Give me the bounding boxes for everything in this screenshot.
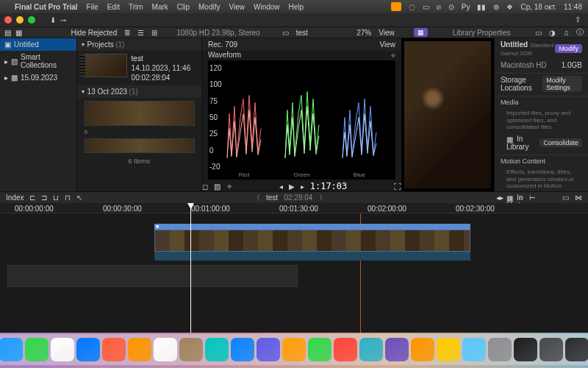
timeline-name[interactable]: test — [266, 194, 278, 202]
inspector-audio-icon[interactable]: ♫ — [563, 29, 569, 37]
zoom-dropdown[interactable]: 27% — [356, 29, 371, 37]
dock-app-9[interactable] — [205, 338, 229, 361]
dock-app-16[interactable] — [385, 338, 409, 361]
import-icon[interactable]: ⬇ — [50, 16, 56, 24]
effects-browser-icon[interactable]: ▭ — [562, 194, 569, 202]
gap-clip[interactable] — [7, 265, 298, 287]
prev-frame-button[interactable]: ◂ — [279, 183, 283, 191]
dock-app-19[interactable] — [462, 338, 486, 361]
crop-tool-icon[interactable]: ▧ — [214, 183, 220, 191]
solo-icon[interactable]: ○ — [519, 194, 523, 202]
dock-app-21[interactable] — [514, 338, 537, 361]
audio-clip[interactable] — [154, 252, 470, 261]
audio-skim-icon[interactable]: ♪ — [509, 194, 513, 202]
append-clip-icon[interactable]: ⊔ — [53, 194, 59, 202]
sidebar-item-smart-collections[interactable]: ▸ ▧ Smart Collections — [0, 51, 76, 71]
status-lang-icon[interactable]: ❖ — [506, 3, 513, 11]
photos-sidebar-icon[interactable]: ▦ — [15, 29, 22, 37]
viewer-canvas[interactable] — [404, 41, 491, 188]
play-button[interactable]: ▶ — [289, 183, 295, 191]
timeline-ruler[interactable]: 00:00:00:00 00:00:30:00 00:01:00:00 00:0… — [0, 203, 588, 213]
timeline[interactable]: 00:00:00:00 00:00:30:00 00:01:00:00 00:0… — [0, 203, 588, 333]
menu-window[interactable]: Window — [254, 3, 280, 11]
sidebar-item-event[interactable]: ▸ ▩ 15.09.2023 — [0, 71, 76, 84]
clip-item[interactable] — [77, 135, 201, 156]
event-header[interactable]: ▾ 13 Oct 2023 (1) — [77, 85, 201, 98]
dock-app-17[interactable] — [411, 338, 434, 361]
enhance-tool-icon[interactable]: ✧ — [226, 183, 232, 191]
dock-app-22[interactable] — [539, 338, 563, 361]
inspector-color-icon[interactable]: ◑ — [549, 29, 556, 37]
inspector-video-icon[interactable]: ▭ — [535, 29, 542, 37]
keyword-icon[interactable]: ⊸ — [60, 16, 66, 24]
inspector-info-icon[interactable]: ⓘ — [576, 27, 584, 38]
transitions-browser-icon[interactable]: ⋈ — [575, 194, 582, 202]
fullscreen-icon[interactable]: ⛶ — [394, 183, 401, 191]
menu-mark[interactable]: Mark — [152, 3, 168, 11]
scope-settings-icon[interactable]: ⟐ — [391, 51, 395, 59]
projects-header[interactable]: ▾ Projects (1) — [77, 38, 201, 51]
close-window-button[interactable] — [4, 16, 12, 24]
clip-filter-icon[interactable]: ≣ — [124, 29, 130, 37]
filmstrip-view-icon[interactable]: ⊞ — [151, 29, 157, 37]
index-button[interactable]: Index — [6, 194, 24, 202]
dock-app-1[interactable] — [0, 338, 23, 361]
library-sidebar-icon[interactable]: ▤ — [4, 29, 11, 37]
view-dropdown[interactable]: View — [379, 29, 395, 37]
dock-app-10[interactable] — [231, 338, 254, 361]
menu-trim[interactable]: Trim — [129, 3, 143, 11]
status-python-icon[interactable]: Py — [462, 3, 470, 11]
dock-app-3[interactable] — [51, 338, 74, 361]
modify-button[interactable]: Modify — [555, 44, 582, 53]
dock-app-8[interactable] — [179, 338, 203, 361]
project-item[interactable]: test 14.10.2023, 11:46 00:02:28:04 — [77, 51, 201, 85]
dock-app-4[interactable] — [76, 338, 100, 361]
dock-app-12[interactable] — [282, 338, 306, 361]
dock-app-23[interactable] — [565, 338, 588, 361]
project-name[interactable]: test — [296, 29, 308, 37]
menu-file[interactable]: File — [87, 3, 98, 11]
dock-app-6[interactable] — [128, 338, 151, 361]
tools-dropdown[interactable]: ↖ — [76, 194, 82, 202]
status-date[interactable]: Ср, 18 окт. — [520, 3, 556, 11]
dock-app-2[interactable] — [25, 338, 49, 361]
clip-title-bar[interactable]: ■ — [154, 224, 470, 230]
insert-clip-icon[interactable]: ⊐ — [41, 194, 47, 202]
list-view-icon[interactable]: ☰ — [137, 29, 144, 37]
snap-icon[interactable]: ⊢ — [529, 194, 536, 202]
overwrite-clip-icon[interactable]: ⊓ — [65, 194, 71, 202]
share-icon[interactable]: ⇪ — [575, 15, 584, 24]
inspector-tab-library[interactable]: ▦ — [414, 28, 428, 37]
dock-app-11[interactable] — [257, 338, 280, 361]
menu-clip[interactable]: Clip — [177, 3, 190, 11]
menu-view[interactable]: View — [229, 3, 245, 11]
status-orange-icon[interactable] — [391, 2, 401, 11]
timeline-prev-icon[interactable]: 〈 — [253, 194, 260, 202]
clip-item[interactable] — [77, 98, 201, 129]
dock-app-14[interactable] — [334, 338, 357, 361]
status-camera-icon[interactable]: ⊙ — [448, 3, 454, 11]
dock-app-15[interactable] — [359, 338, 383, 361]
transform-tool-icon[interactable]: ◻ — [202, 183, 208, 191]
timeline-next-icon[interactable]: 〉 — [319, 194, 326, 202]
dock-app-7[interactable] — [154, 338, 177, 361]
status-time[interactable]: 11:48 — [564, 3, 582, 11]
sidebar-item-untitled[interactable]: ▣ Untitled — [0, 38, 76, 51]
status-battery-icon[interactable]: ▮▮ — [477, 3, 486, 11]
playhead[interactable] — [190, 203, 191, 333]
dock-app-18[interactable] — [437, 338, 460, 361]
modify-settings-button[interactable]: Modify Settings — [542, 76, 582, 92]
minimize-window-button[interactable] — [16, 16, 24, 24]
menu-edit[interactable]: Edit — [107, 3, 120, 11]
status-screen-icon[interactable]: ▭ — [423, 3, 429, 11]
dock-app-13[interactable] — [308, 338, 331, 361]
menu-help[interactable]: Help — [289, 3, 304, 11]
status-display-icon[interactable]: ⎚ — [437, 3, 441, 11]
hide-rejected-dropdown[interactable]: Hide Rejected — [71, 29, 117, 37]
video-clip[interactable] — [154, 230, 470, 252]
status-wifi-icon[interactable]: ⊚ — [493, 3, 499, 11]
status-cloud-icon[interactable]: ◌ — [409, 3, 415, 11]
next-frame-button[interactable]: ▸ — [301, 183, 304, 191]
app-name[interactable]: Final Cut Pro Trial — [15, 3, 78, 11]
menu-modify[interactable]: Modify — [198, 3, 220, 11]
